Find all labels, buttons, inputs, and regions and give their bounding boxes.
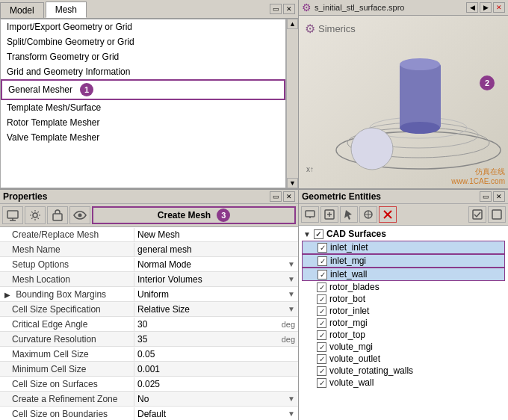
menu-scrollbar[interactable]: ▲ ▼ [286, 19, 298, 188]
tree-item-label: rotor_blades [329, 282, 380, 292]
svg-rect-14 [306, 211, 315, 217]
tree-item-rotor-bot[interactable]: ✓ rotor_bot [302, 293, 505, 305]
prop-label: Mesh Name [0, 243, 134, 256]
geo-btn-5[interactable] [468, 206, 486, 223]
package-btn[interactable] [47, 206, 68, 224]
prop-value: Default ▼ [134, 407, 298, 421]
unit-label: deg [274, 320, 295, 329]
viewport-header: ⚙ s_initial_stl_surface.spro ◀ ▶ ✕ [299, 0, 508, 16]
props-toolbar: Create Mesh 3 [0, 204, 298, 227]
scroll-up-btn[interactable]: ▲ [287, 19, 298, 29]
prop-val: Default [137, 409, 285, 419]
tree-item-volute-rotating-walls[interactable]: ✓ volute_rotating_walls [302, 365, 505, 377]
item-checkbox[interactable]: ✓ [317, 294, 326, 304]
section-checkbox[interactable]: ✓ [314, 229, 323, 239]
prop-label: Critical Edge Angle [0, 318, 134, 331]
item-checkbox[interactable]: ✓ [317, 318, 326, 328]
tree-item-label: inlet_inlet [330, 242, 368, 253]
menu-item-general-mesher[interactable]: General Mesher 1 [1, 79, 285, 100]
viewport-next-btn[interactable]: ▶ [480, 2, 492, 13]
geo-btn-2[interactable] [320, 206, 338, 223]
props-float-btn[interactable]: ▭ [270, 191, 282, 202]
prop-value: 0.025 [134, 377, 298, 391]
menu-item[interactable]: Split/Combine Geometry or Grid [1, 34, 285, 49]
tree-item-rotor-inlet[interactable]: ✓ rotor_inlet [302, 305, 505, 317]
props-row: Create/Replace Mesh New Mesh [0, 227, 298, 242]
dropdown-arrow-icon[interactable]: ▼ [288, 305, 295, 313]
prop-label: Minimum Cell Size [0, 362, 134, 376]
dropdown-arrow-icon[interactable]: ▼ [288, 410, 295, 418]
prop-label: Cell Size Specification [0, 303, 134, 316]
dropdown-arrow-icon[interactable]: ▼ [288, 275, 295, 283]
package-icon [51, 209, 64, 222]
props-panel-header: Properties ▭ ✕ [0, 190, 298, 204]
item-checkbox[interactable]: ✓ [317, 282, 326, 292]
props-title: Properties [3, 191, 270, 202]
tab-mesh[interactable]: Mesh [46, 1, 87, 18]
watermark: 仿真在线 www.1CAE.com [451, 167, 505, 185]
geo-delete-btn[interactable] [379, 206, 397, 223]
create-mesh-button[interactable]: Create Mesh 3 [92, 206, 296, 224]
display-btn[interactable] [2, 206, 23, 224]
item-checkbox[interactable]: ✓ [318, 243, 327, 253]
tree-item-volute-mgi[interactable]: ✓ volute_mgi [302, 341, 505, 353]
item-checkbox[interactable]: ✓ [317, 342, 326, 352]
props-close-btn[interactable]: ✕ [283, 191, 295, 202]
tree-item-volute-outlet[interactable]: ✓ volute_outlet [302, 353, 505, 365]
menu-item[interactable]: Rotor Template Mesher [1, 115, 285, 130]
simerics-logo-icon: ⚙ [305, 22, 315, 36]
tree-item-rotor-top[interactable]: ✓ rotor_top [302, 329, 505, 341]
prop-val: New Mesh [137, 229, 295, 240]
tab-float-btn[interactable]: ▭ [270, 4, 282, 14]
menu-item[interactable]: Transform Geometry or Grid [1, 49, 285, 64]
geo-btn-4[interactable] [359, 206, 377, 223]
prop-value: 0.001 [134, 362, 298, 376]
item-checkbox[interactable]: ✓ [317, 306, 326, 316]
viewport-close-btn[interactable]: ✕ [493, 2, 505, 13]
tree-item-rotor-blades[interactable]: ✓ rotor_blades [302, 281, 505, 293]
expand-arrow-icon[interactable]: ▶ [4, 291, 10, 299]
tab-close-btn[interactable]: ✕ [283, 4, 295, 14]
viewport-prev-btn[interactable]: ◀ [466, 2, 478, 13]
item-checkbox[interactable]: ✓ [317, 378, 326, 388]
annotation-1: 1 [80, 83, 93, 96]
svg-rect-25 [492, 210, 501, 219]
dropdown-arrow-icon[interactable]: ▼ [288, 290, 295, 298]
dropdown-arrow-icon[interactable]: ▼ [288, 395, 295, 403]
menu-item[interactable]: Valve Template Mesher [1, 130, 285, 145]
prop-value: Uniform ▼ [134, 288, 298, 301]
geo-btn-6[interactable] [488, 206, 506, 223]
tree-item-volute-wall[interactable]: ✓ volute_wall [302, 377, 505, 389]
item-checkbox[interactable]: ✓ [318, 256, 327, 266]
svg-rect-12 [53, 214, 62, 220]
item-checkbox[interactable]: ✓ [317, 366, 326, 376]
simerics-icon: ⚙ [302, 1, 312, 13]
geo-btn-3[interactable] [340, 206, 358, 223]
tree-item-inlet-mgi[interactable]: ✓ inlet_mgi [302, 254, 505, 268]
prop-val: Uniform [137, 289, 285, 300]
tree-item-inlet-inlet[interactable]: ✓ inlet_inlet [302, 241, 505, 254]
tab-model[interactable]: Model [0, 2, 44, 18]
tree-item-inlet-wall[interactable]: ✓ inlet_wall [302, 268, 505, 281]
prop-value: 35 deg [134, 333, 298, 346]
prop-label: Cell Size on Boundaries [0, 407, 134, 421]
eye-btn[interactable] [69, 206, 90, 224]
dropdown-arrow-icon[interactable]: ▼ [288, 260, 295, 268]
tree-collapse-icon[interactable]: ▼ [303, 230, 311, 238]
menu-item[interactable]: Grid and Geometry Information [1, 64, 285, 79]
item-checkbox[interactable]: ✓ [317, 354, 326, 364]
scroll-down-btn[interactable]: ▼ [287, 178, 298, 188]
prop-val: 30 [137, 319, 271, 330]
tree-item-rotor-mgi[interactable]: ✓ rotor_mgi [302, 317, 505, 329]
geo-display-icon [304, 209, 316, 220]
item-checkbox[interactable]: ✓ [317, 330, 326, 340]
menu-list: Import/Export Geometry or Grid Split/Com… [0, 19, 286, 188]
menu-item[interactable]: Import/Export Geometry or Grid [1, 19, 285, 34]
settings-btn[interactable] [25, 206, 46, 224]
item-checkbox[interactable]: ✓ [318, 270, 327, 280]
geo-btn-1[interactable] [301, 206, 319, 223]
menu-item[interactable]: Template Mesh/Surface [1, 100, 285, 115]
geo-float-btn[interactable]: ▭ [480, 191, 492, 202]
geo-select-icon [343, 209, 355, 220]
geo-close-btn[interactable]: ✕ [493, 191, 505, 202]
